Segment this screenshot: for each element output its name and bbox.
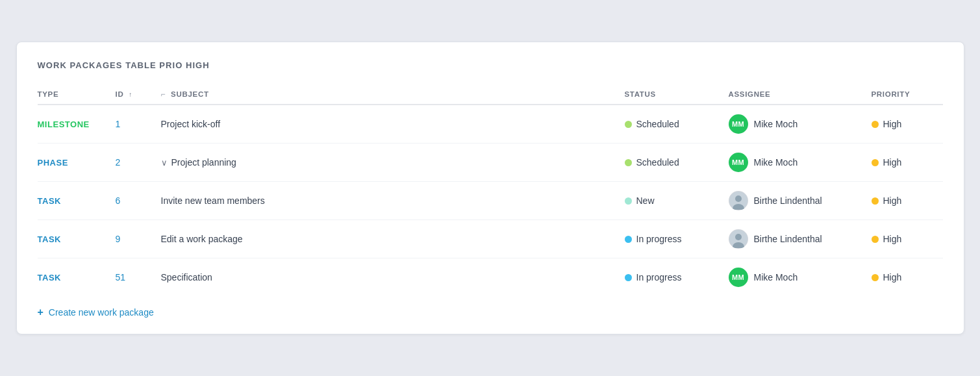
row-assignee-name: Mike Moch (754, 272, 798, 282)
card-title: WORK PACKAGES TABLE PRIO HIGH (38, 60, 943, 70)
row-priority: High (883, 195, 902, 206)
sort-icon: ↑ (129, 91, 132, 98)
row-subject-cell: Edit a work package (161, 234, 618, 244)
col-header-status: STATUS (625, 84, 729, 105)
row-id[interactable]: 51 (116, 272, 126, 282)
row-type-milestone[interactable]: MILESTONE (38, 119, 90, 129)
row-status: Scheduled (636, 157, 679, 168)
status-dot (625, 121, 632, 128)
table-row[interactable]: TASK51SpecificationIn progressMMMike Moc… (38, 258, 943, 297)
indent-icon: ⌐ (161, 90, 166, 99)
row-priority-cell: High (872, 272, 936, 282)
row-priority: High (883, 119, 902, 129)
row-status: In progress (636, 272, 682, 282)
row-subject-cell: Specification (161, 272, 618, 282)
row-priority: High (883, 157, 902, 168)
row-id[interactable]: 1 (116, 119, 121, 129)
chevron-down-icon[interactable]: ∨ (161, 158, 168, 168)
row-status: Scheduled (636, 119, 679, 129)
avatar: MM (729, 268, 748, 287)
status-dot (625, 159, 632, 166)
table-row[interactable]: PHASE2∨Project planningScheduledMMMike M… (38, 144, 943, 182)
status-dot (625, 236, 632, 243)
table-body: MILESTONE1Project kick-offScheduledMMMik… (38, 105, 943, 296)
table-row[interactable]: TASK6Invite new team membersNew Birthe L… (38, 182, 943, 220)
row-type-task[interactable]: TASK (38, 196, 62, 206)
avatar (729, 191, 748, 210)
row-assignee-cell: MMMike Moch (729, 153, 865, 172)
col-header-type: TYPE (38, 84, 116, 105)
col-header-id[interactable]: ID ↑ (116, 84, 161, 105)
row-subject-cell: Project kick-off (161, 119, 618, 129)
avatar: MM (729, 114, 748, 134)
row-priority-cell: High (872, 234, 936, 244)
priority-dot (872, 197, 879, 205)
status-dot (625, 197, 632, 205)
row-priority-cell: High (872, 119, 936, 129)
avatar (729, 229, 748, 249)
row-status-cell: Scheduled (625, 157, 722, 168)
work-packages-card: WORK PACKAGES TABLE PRIO HIGH TYPE ID ↑ … (16, 42, 964, 334)
table-row[interactable]: MILESTONE1Project kick-offScheduledMMMik… (38, 105, 943, 144)
priority-dot (872, 121, 879, 128)
row-status-cell: In progress (625, 272, 722, 282)
row-type-task[interactable]: TASK (38, 234, 62, 244)
svg-point-4 (735, 234, 742, 240)
row-status-cell: Scheduled (625, 119, 722, 129)
row-id[interactable]: 6 (116, 195, 121, 206)
priority-dot (872, 236, 879, 243)
priority-dot (872, 159, 879, 166)
row-assignee-name: Mike Moch (754, 119, 798, 129)
row-id[interactable]: 9 (116, 234, 121, 244)
plus-icon: + (38, 307, 44, 318)
create-work-package-row[interactable]: + Create new work package (38, 307, 943, 318)
row-id[interactable]: 2 (116, 157, 121, 168)
table-header-row: TYPE ID ↑ ⌐ SUBJECT STATUS ASSIGNEE PRIO (38, 84, 943, 105)
svg-point-1 (735, 195, 742, 202)
row-subject: Specification (161, 272, 212, 282)
create-work-package-label: Create new work package (49, 307, 154, 318)
row-assignee-cell: MMMike Moch (729, 268, 865, 287)
row-assignee-cell: Birthe Lindenthal (729, 191, 865, 210)
row-assignee-name: Birthe Lindenthal (754, 195, 822, 206)
row-subject: Project planning (171, 157, 236, 168)
row-assignee-name: Birthe Lindenthal (754, 234, 822, 244)
row-status-cell: New (625, 195, 722, 206)
row-assignee-cell: MMMike Moch (729, 114, 865, 134)
table-row[interactable]: TASK9Edit a work packageIn progress Birt… (38, 220, 943, 258)
status-dot (625, 274, 632, 281)
work-packages-table: TYPE ID ↑ ⌐ SUBJECT STATUS ASSIGNEE PRIO (38, 84, 943, 296)
row-status: New (636, 195, 655, 206)
avatar: MM (729, 153, 748, 172)
row-status-cell: In progress (625, 234, 722, 244)
row-status: In progress (636, 234, 682, 244)
row-subject-cell: ∨Project planning (161, 157, 618, 168)
row-priority: High (883, 234, 902, 244)
row-priority-cell: High (872, 157, 936, 168)
priority-dot (872, 274, 879, 281)
row-subject: Edit a work package (161, 234, 243, 244)
col-header-priority: PRIORITY (872, 84, 943, 105)
row-subject: Invite new team members (161, 195, 265, 206)
row-type-phase[interactable]: PHASE (38, 158, 68, 168)
col-header-subject: ⌐ SUBJECT (161, 84, 625, 105)
row-priority-cell: High (872, 195, 936, 206)
col-header-assignee: ASSIGNEE (729, 84, 872, 105)
row-subject-cell: Invite new team members (161, 195, 618, 206)
row-subject: Project kick-off (161, 119, 221, 129)
row-type-task[interactable]: TASK (38, 273, 62, 282)
row-priority: High (883, 272, 902, 282)
row-assignee-name: Mike Moch (754, 157, 798, 168)
row-assignee-cell: Birthe Lindenthal (729, 229, 865, 249)
